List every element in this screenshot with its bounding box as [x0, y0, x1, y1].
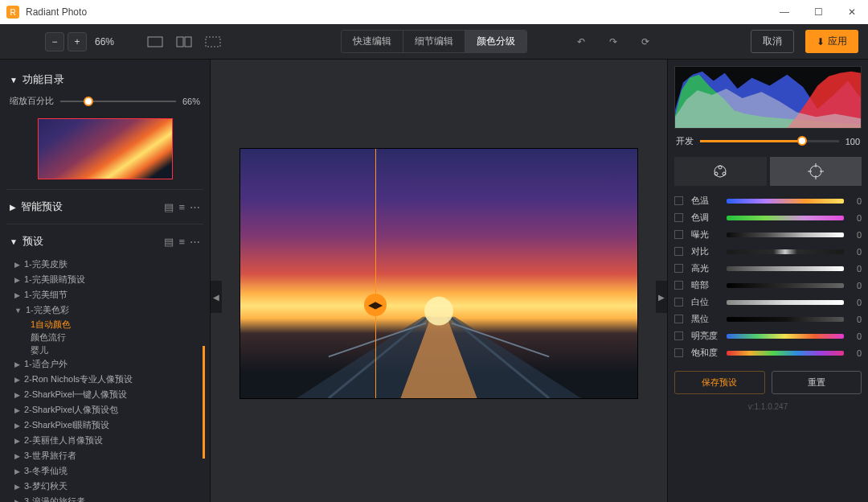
window-close-icon[interactable]: ✕: [842, 6, 862, 18]
svg-point-13: [719, 166, 722, 169]
svg-point-11: [424, 297, 453, 326]
preset-item[interactable]: ▶3-世界旅行者: [10, 448, 200, 463]
section-functions[interactable]: ▼ 功能目录: [6, 68, 203, 92]
grid-view-icon[interactable]: ▤: [164, 201, 174, 213]
zoom-in-button[interactable]: +: [68, 32, 87, 51]
titlebar: R Radiant Photo — ☐ ✕: [0, 0, 868, 24]
reset-button[interactable]: 重置: [772, 371, 862, 394]
preset-item[interactable]: ▶3-梦幻秋天: [10, 479, 200, 494]
more-icon[interactable]: ⋯: [190, 236, 200, 248]
control-value: 0: [850, 331, 862, 341]
save-preset-button[interactable]: 保存预设: [674, 371, 765, 394]
section-presets[interactable]: ▼ 预设 ▤≡⋯: [6, 229, 203, 253]
preset-sub-color-pop[interactable]: 颜色流行: [10, 331, 200, 344]
panel-collapse-right-icon[interactable]: ▶: [656, 281, 667, 313]
reset-icon[interactable]: ⟳: [635, 34, 656, 50]
control-checkbox[interactable]: [674, 281, 683, 290]
preset-item[interactable]: ▶1-完美细节: [10, 287, 200, 302]
zoom-slider[interactable]: [60, 101, 176, 102]
undo-icon[interactable]: ↶: [571, 34, 592, 50]
compare-handle-icon[interactable]: ◀▶: [364, 294, 387, 316]
control-checkbox[interactable]: [674, 264, 683, 273]
develop-slider[interactable]: [700, 140, 839, 142]
control-slider[interactable]: [727, 300, 844, 305]
control-slider[interactable]: [727, 317, 844, 322]
control-checkbox[interactable]: [674, 196, 683, 205]
list-view-icon[interactable]: ≡: [178, 201, 185, 213]
chevron-down-icon: ▼: [10, 237, 18, 246]
control-checkbox[interactable]: [674, 348, 683, 357]
control-checkbox[interactable]: [674, 213, 683, 222]
control-slider[interactable]: [727, 266, 844, 271]
window-minimize-icon[interactable]: —: [775, 6, 794, 18]
preset-item[interactable]: ▶2-美丽佳人肖像预设: [10, 433, 200, 448]
control-slider[interactable]: [727, 249, 844, 254]
image-canvas[interactable]: ◀▶: [240, 148, 638, 399]
tool-target-button[interactable]: [770, 157, 862, 186]
panel-collapse-left-icon[interactable]: ◀: [211, 281, 222, 313]
right-panel: 开发 100 色温0色调0曝光0对比0高光0暗部0白位0黑位0明亮度0饱和度0 …: [667, 60, 868, 502]
control-label: 色温: [691, 195, 727, 207]
preset-sub-auto-color[interactable]: 1自动颜色: [10, 318, 200, 331]
control-slider[interactable]: [727, 216, 844, 220]
preset-item[interactable]: ▼1-完美色彩: [10, 302, 200, 318]
view-single-icon[interactable]: [145, 34, 166, 50]
preset-item[interactable]: ▶3-浪漫的旅行者: [10, 494, 200, 502]
zoom-percentage: 66%: [95, 36, 114, 47]
control-value: 0: [850, 281, 862, 290]
view-split-icon[interactable]: [174, 34, 194, 50]
tab-quick-edit[interactable]: 快速编辑: [342, 31, 403, 52]
tab-color-grade[interactable]: 颜色分级: [465, 31, 526, 52]
control-slider[interactable]: [727, 199, 844, 204]
preset-item[interactable]: ▶2-SharkPixel一键人像预设: [10, 387, 200, 402]
cancel-button[interactable]: 取消: [751, 30, 794, 53]
window-maximize-icon[interactable]: ☐: [809, 6, 828, 18]
apply-button[interactable]: ⬇应用: [805, 30, 858, 53]
control-checkbox[interactable]: [674, 331, 683, 340]
svg-rect-2: [185, 37, 191, 47]
control-row: 高光0: [674, 260, 862, 277]
develop-value: 100: [845, 137, 860, 146]
preset-sub-baby[interactable]: 婴儿: [10, 344, 200, 356]
thumbnail-preview[interactable]: [38, 118, 173, 179]
control-label: 对比: [691, 245, 727, 257]
control-slider[interactable]: [727, 334, 844, 339]
preset-item[interactable]: ▶2-SharkPixel眼睛预设: [10, 418, 200, 433]
redo-icon[interactable]: ↷: [603, 34, 624, 50]
preset-item[interactable]: ▶2-Ron Nichols专业人像预设: [10, 372, 200, 387]
more-icon[interactable]: ⋯: [190, 201, 200, 213]
view-compare-icon[interactable]: [203, 34, 223, 50]
control-row: 白位0: [674, 294, 862, 311]
control-value: 0: [850, 348, 862, 358]
preset-item[interactable]: ▶2-SharkPixel人像预设包: [10, 402, 200, 418]
control-slider[interactable]: [727, 351, 844, 356]
tool-adjust-button[interactable]: [674, 157, 767, 186]
control-label: 高光: [691, 262, 727, 274]
control-slider[interactable]: [727, 283, 844, 288]
chevron-down-icon: ▼: [10, 76, 18, 84]
list-view-icon[interactable]: ≡: [178, 236, 185, 248]
preset-item[interactable]: ▶1-完美皮肤: [10, 257, 200, 272]
histogram[interactable]: [674, 66, 862, 129]
control-row: 暗部0: [674, 277, 862, 294]
mode-tabs: 快速编辑 细节编辑 颜色分级: [341, 30, 527, 53]
svg-rect-1: [177, 37, 183, 47]
section-smart-presets[interactable]: ▶ 智能预设 ▤≡⋯: [6, 195, 203, 219]
compare-divider[interactable]: [375, 149, 376, 398]
control-checkbox[interactable]: [674, 298, 683, 307]
control-checkbox[interactable]: [674, 315, 683, 323]
zoom-out-button[interactable]: −: [45, 32, 64, 51]
svg-point-16: [810, 166, 821, 177]
zoom-slider-value: 66%: [182, 97, 200, 106]
control-checkbox[interactable]: [674, 230, 683, 239]
preset-item[interactable]: ▶3-冬季仙境: [10, 463, 200, 479]
control-slider[interactable]: [727, 232, 844, 237]
tab-detail-edit[interactable]: 细节编辑: [403, 31, 465, 52]
preset-item[interactable]: ▶1-适合户外: [10, 356, 200, 372]
grid-view-icon[interactable]: ▤: [164, 236, 174, 248]
control-label: 色调: [691, 212, 727, 224]
control-value: 0: [850, 247, 862, 257]
preset-item[interactable]: ▶1-完美眼睛预设: [10, 272, 200, 287]
control-value: 0: [850, 298, 862, 307]
control-checkbox[interactable]: [674, 247, 683, 256]
